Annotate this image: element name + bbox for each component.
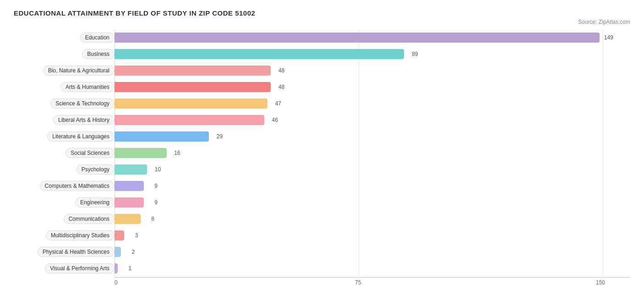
bar-label: Science & Technology	[14, 98, 115, 109]
bar-area: 47	[115, 96, 630, 111]
bar-fill: 10	[115, 164, 147, 174]
bar-row: Liberal Arts & History46	[14, 112, 630, 127]
bar-row: Literature & Languages29	[14, 129, 630, 144]
bar-area: 9	[115, 178, 630, 193]
bar-label: Bio, Nature & Agricultural	[14, 65, 115, 76]
label-pill: Literature & Languages	[47, 131, 115, 142]
label-pill: Social Sciences	[65, 148, 115, 158]
bar-fill: 16	[115, 148, 167, 158]
bar-fill: 1	[115, 263, 118, 273]
bar-value: 47	[275, 100, 281, 107]
chart-container: Education149Business89Bio, Nature & Agri…	[14, 30, 630, 286]
bar-fill: 8	[115, 214, 141, 224]
bar-row: Business89	[14, 46, 630, 61]
label-pill: Bio, Nature & Agricultural	[43, 65, 115, 76]
bar-label: Physical & Health Sciences	[14, 247, 115, 257]
bar-label: Computers & Mathematics	[14, 181, 115, 191]
bar-row: Computers & Mathematics9	[14, 178, 630, 193]
bar-label: Arts & Humanities	[14, 82, 115, 92]
label-pill: Visual & Performing Arts	[45, 263, 115, 273]
label-pill: Physical & Health Sciences	[38, 247, 115, 257]
bar-value: 9	[154, 199, 158, 206]
x-tick: 150	[596, 279, 605, 286]
bar-fill: 2	[115, 247, 121, 257]
label-pill: Multidisciplinary Studies	[46, 230, 115, 240]
bar-label: Business	[14, 49, 115, 59]
bar-fill: 9	[115, 197, 144, 207]
bar-row: Communications8	[14, 211, 630, 226]
bar-fill: 89	[115, 49, 404, 59]
bar-label: Communications	[14, 214, 115, 224]
bar-fill: 46	[115, 115, 264, 125]
bar-area: 89	[115, 46, 630, 61]
bar-fill: 3	[115, 230, 124, 240]
bar-area: 29	[115, 129, 630, 144]
bar-value: 48	[278, 84, 284, 90]
bar-row: Visual & Performing Arts1	[14, 261, 630, 276]
bar-area: 8	[115, 211, 630, 226]
bar-row: Physical & Health Sciences2	[14, 244, 630, 259]
label-pill: Education	[80, 33, 115, 43]
bar-area: 10	[115, 162, 630, 177]
bar-value: 2	[132, 249, 135, 255]
bar-value: 3	[135, 232, 138, 239]
bar-value: 48	[278, 67, 284, 74]
bar-value: 46	[272, 117, 278, 123]
bar-label: Engineering	[14, 197, 115, 207]
chart-title: EDUCATIONAL ATTAINMENT BY FIELD OF STUDY…	[14, 9, 630, 17]
bar-area: 149	[115, 30, 630, 45]
label-pill: Science & Technology	[50, 98, 115, 109]
bar-row: Social Sciences16	[14, 145, 630, 160]
bar-fill: 9	[115, 181, 144, 191]
bar-area: 46	[115, 112, 630, 127]
bar-row: Arts & Humanities48	[14, 79, 630, 94]
bar-area: 9	[115, 195, 630, 210]
bar-row: Engineering9	[14, 195, 630, 210]
bar-value: 149	[604, 34, 613, 41]
x-tick: 0	[115, 279, 118, 286]
bars-section: Education149Business89Bio, Nature & Agri…	[14, 30, 630, 276]
bar-label: Psychology	[14, 164, 115, 174]
bar-area: 3	[115, 228, 630, 243]
bar-value: 16	[174, 150, 180, 156]
bar-area: 48	[115, 63, 630, 78]
bar-value: 10	[155, 166, 161, 173]
bar-label: Liberal Arts & History	[14, 115, 115, 125]
bar-area: 48	[115, 79, 630, 94]
label-pill: Computers & Mathematics	[40, 181, 115, 191]
label-pill: Arts & Humanities	[60, 82, 115, 92]
bar-row: Bio, Nature & Agricultural48	[14, 63, 630, 78]
bar-fill: 48	[115, 65, 271, 76]
bar-label: Literature & Languages	[14, 131, 115, 142]
bar-fill: 47	[115, 98, 267, 109]
bar-fill: 29	[115, 131, 209, 142]
bar-row: Psychology10	[14, 162, 630, 177]
label-pill: Psychology	[76, 164, 115, 174]
bar-value: 9	[154, 183, 158, 189]
bar-label: Social Sciences	[14, 148, 115, 158]
bar-area: 1	[115, 261, 630, 276]
bar-fill: 48	[115, 82, 271, 92]
bar-label: Multidisciplinary Studies	[14, 230, 115, 240]
label-pill: Business	[82, 49, 115, 59]
bar-value: 1	[128, 265, 131, 272]
x-axis: 075150	[115, 277, 630, 286]
label-pill: Liberal Arts & History	[53, 115, 115, 125]
bar-label: Visual & Performing Arts	[14, 263, 115, 273]
label-pill: Engineering	[75, 197, 115, 207]
label-pill: Communications	[64, 214, 115, 224]
bar-value: 29	[217, 133, 223, 140]
bar-row: Education149	[14, 30, 630, 45]
bar-value: 8	[151, 216, 154, 222]
bar-area: 16	[115, 145, 630, 160]
bar-label: Education	[14, 33, 115, 43]
bar-fill: 149	[115, 33, 600, 43]
bar-row: Multidisciplinary Studies3	[14, 228, 630, 243]
bar-value: 89	[412, 51, 418, 57]
x-tick: 75	[355, 279, 361, 286]
bar-row: Science & Technology47	[14, 96, 630, 111]
bar-area: 2	[115, 244, 630, 259]
source-label: Source: ZipAtlas.com	[14, 19, 630, 25]
